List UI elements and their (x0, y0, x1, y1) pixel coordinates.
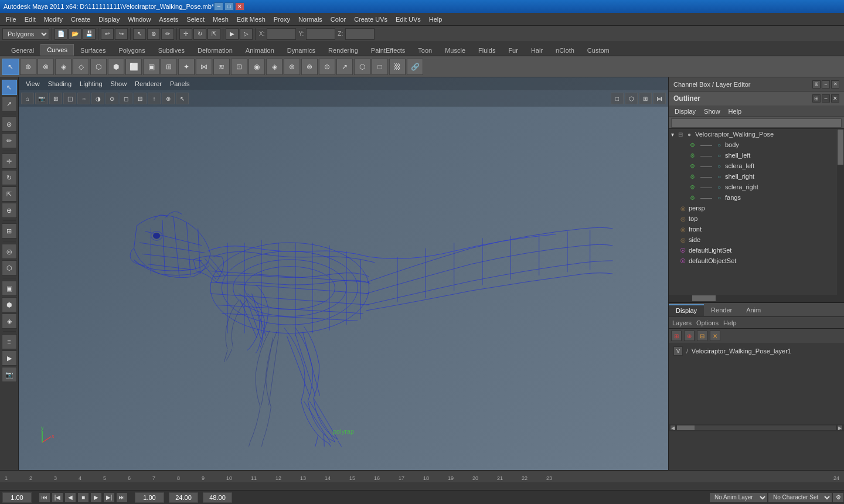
outliner-float-btn[interactable]: ⊞ (812, 94, 821, 103)
ipr-btn[interactable]: ▷ (240, 28, 253, 40)
anim-range-end-input[interactable] (203, 492, 232, 503)
pb-next-key-btn[interactable]: ▶| (103, 492, 115, 503)
undo-btn[interactable]: ↩ (101, 28, 114, 40)
menu-color[interactable]: Color (327, 15, 349, 24)
shelf-icon-1[interactable]: ⊕ (20, 59, 36, 75)
shelf-icon-15[interactable]: ◈ (266, 59, 283, 75)
vp-menu-show[interactable]: Show (107, 79, 131, 88)
pb-go-end-btn[interactable]: ⏭ (116, 492, 128, 503)
shelf-icon-2[interactable]: ⊗ (38, 59, 54, 75)
shelf-icon-move[interactable]: ⬡ (354, 59, 370, 75)
ol-item-shell-right[interactable]: ⚙ —— ○ shell_right (669, 171, 837, 182)
menu-edit-mesh[interactable]: Edit Mesh (233, 15, 269, 24)
shelf-tab-muscle[interactable]: Muscle (438, 45, 472, 56)
vp-uvs-btn[interactable]: ⊟ (134, 93, 147, 104)
timeline-ruler[interactable]: 1 2 3 4 5 6 7 8 9 10 11 12 13 14 15 16 1… (0, 471, 844, 482)
layer-row-main[interactable]: V / Velociraptor_Walking_Pose_layer1 (671, 345, 842, 357)
shelf-icon-8[interactable]: ▣ (143, 59, 159, 75)
rotate-btn[interactable]: ↻ (193, 28, 206, 40)
ol-menu-show[interactable]: Show (700, 107, 724, 115)
menu-help[interactable]: Help (426, 15, 446, 24)
layer-tab-display[interactable]: Display (669, 304, 704, 316)
layer-scroll-left[interactable]: ◀ (670, 425, 676, 431)
outliner-hscrollbar-thumb[interactable] (692, 295, 716, 301)
ol-item-default-object-set[interactable]: ⦿ defaultObjectSet (669, 256, 837, 266)
shelf-tab-curves[interactable]: Curves (40, 44, 74, 56)
minimize-button[interactable]: – (214, 2, 223, 11)
ol-item-fangs[interactable]: ⚙ —— ○ fangs (669, 192, 837, 203)
menu-file[interactable]: File (2, 15, 20, 24)
shelf-icon-12[interactable]: ≋ (213, 59, 230, 75)
shelf-tab-surfaces[interactable]: Surfaces (74, 45, 112, 56)
pb-play-back-btn[interactable]: ◀ (64, 492, 76, 503)
vp-home-btn[interactable]: ⌂ (21, 93, 34, 104)
ol-item-root[interactable]: ▾ ⊟ ● Velociraptor_Walking_Pose (669, 129, 837, 139)
shelf-icon-cursor[interactable]: ↗ (336, 59, 353, 75)
layer-v-box[interactable]: V (673, 346, 683, 356)
cb-float-btn[interactable]: ⊞ (812, 80, 821, 88)
lasso-btn[interactable]: ⊛ (147, 28, 160, 40)
shelf-icon-select[interactable]: ↖ (2, 59, 19, 75)
ol-item-sclera-right[interactable]: ⚙ —— ○ sclera_right (669, 182, 837, 192)
menu-edit-uvs[interactable]: Edit UVs (392, 15, 424, 24)
vp-menu-view[interactable]: View (22, 79, 43, 88)
ol-item-default-light-set[interactable]: ⦿ defaultLightSet (669, 245, 837, 256)
tool-lasso[interactable]: ⊛ (2, 117, 17, 132)
new-scene-btn[interactable]: 📄 (55, 28, 67, 40)
paint-btn[interactable]: ✏ (161, 28, 174, 40)
shelf-tab-toon[interactable]: Toon (411, 45, 438, 56)
vp-grid-btn[interactable]: ⊞ (49, 93, 62, 104)
shelf-tab-hair[interactable]: Hair (525, 45, 549, 56)
vp-menu-shading[interactable]: Shading (45, 79, 75, 88)
status-extra-btn[interactable]: ⚙ (832, 492, 844, 503)
shelf-icon-6[interactable]: ⬢ (108, 59, 124, 75)
shelf-tab-rendering[interactable]: Rendering (322, 45, 365, 56)
tool-polygon[interactable]: ⬢ (2, 297, 17, 312)
move-btn[interactable]: ✛ (179, 28, 192, 40)
vp-layout-btn[interactable]: ⊞ (639, 93, 652, 104)
vp-select-btn[interactable]: ↖ (176, 93, 189, 104)
menu-create-uvs[interactable]: Create UVs (350, 15, 391, 24)
shelf-icon-box[interactable]: □ (372, 59, 388, 75)
outliner-min-btn[interactable]: – (822, 94, 830, 103)
tool-paint[interactable]: ✏ (2, 133, 17, 148)
shelf-icon-17[interactable]: ⊜ (301, 59, 318, 75)
shelf-tab-ncloth[interactable]: nCloth (549, 45, 581, 56)
shelf-icon-7[interactable]: ⬜ (125, 59, 142, 75)
x-input[interactable] (267, 28, 296, 40)
tool-sculpt[interactable]: ⬡ (2, 260, 17, 275)
z-input[interactable] (345, 28, 375, 40)
layer-remove-btn[interactable]: ⊟ (697, 331, 707, 341)
vp-normals-btn[interactable]: ↑ (148, 93, 161, 104)
vp-manip-btn[interactable]: ⊕ (162, 93, 175, 104)
select-tool-btn[interactable]: ↖ (133, 28, 146, 40)
shelf-icon-13[interactable]: ⊡ (231, 59, 247, 75)
anim-range-start-input[interactable] (169, 492, 198, 503)
tool-manip[interactable]: ⊕ (2, 203, 17, 218)
shelf-tab-custom[interactable]: Custom (581, 45, 616, 56)
shelf-tab-dynamics[interactable]: Dynamics (281, 45, 322, 56)
ol-item-persp[interactable]: ◎ persp (669, 203, 837, 213)
shelf-icon-10[interactable]: ✦ (178, 59, 195, 75)
layer-scroll-right[interactable]: ▶ (837, 425, 843, 431)
maximize-button[interactable]: □ (224, 2, 234, 11)
pb-prev-key-btn[interactable]: |◀ (52, 492, 63, 503)
tool-move[interactable]: ✛ (2, 154, 17, 169)
layer-sub-layers[interactable]: Layers (672, 319, 692, 326)
menu-edit[interactable]: Edit (21, 15, 39, 24)
shelf-tab-polygons[interactable]: Polygons (112, 45, 151, 56)
vp-menu-renderer[interactable]: Renderer (131, 79, 165, 88)
ol-item-sclera-left[interactable]: ⚙ —— ○ sclera_left (669, 161, 837, 171)
tool-camera[interactable]: 📷 (2, 367, 17, 382)
ol-item-side[interactable]: ◎ side (669, 234, 837, 245)
shelf-tab-painteffects[interactable]: PaintEffects (365, 45, 412, 56)
vp-isolate-btn[interactable]: ⊙ (106, 93, 118, 104)
character-set-dropdown[interactable]: No Character Set (768, 492, 832, 503)
ol-menu-display[interactable]: Display (671, 107, 699, 115)
redo-btn[interactable]: ↪ (115, 28, 128, 40)
pb-go-start-btn[interactable]: ⏮ (39, 492, 50, 503)
layer-sub-options[interactable]: Options (696, 319, 719, 326)
layer-scroll-thumb[interactable] (677, 425, 695, 430)
shelf-tab-general[interactable]: General (5, 45, 40, 56)
outliner-scrollbar-thumb[interactable] (838, 130, 843, 165)
